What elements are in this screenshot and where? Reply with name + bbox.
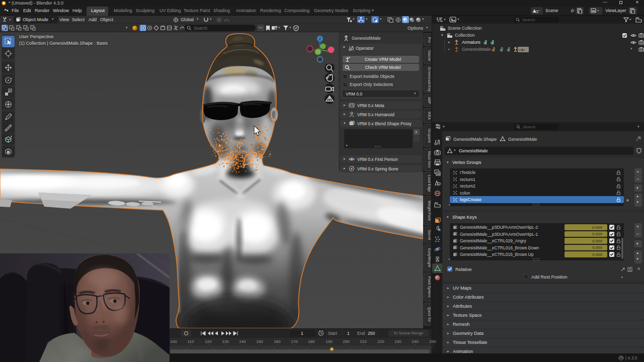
svg-text:Z: Z: [319, 37, 321, 41]
